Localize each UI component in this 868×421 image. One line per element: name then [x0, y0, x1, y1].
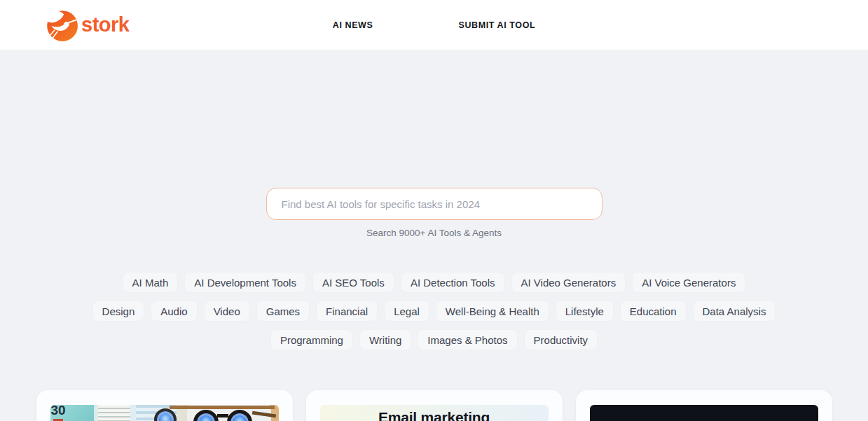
header: stork AI NEWS SUBMIT AI TOOL [0, 0, 868, 50]
nav-submit-ai-tool[interactable]: SUBMIT AI TOOL [458, 20, 535, 30]
category-pill-design[interactable]: Design [92, 301, 145, 322]
category-pills: AI MathAI Development ToolsAI SEO ToolsA… [0, 272, 868, 350]
email-marketing-banner: Email marketing [320, 405, 549, 421]
category-pill-lifestyle[interactable]: Lifestyle [556, 301, 614, 322]
document-graphic [97, 405, 130, 421]
stork-logo-icon [43, 8, 78, 43]
category-row-3: ProgrammingWritingImages & PhotosProduct… [0, 329, 868, 350]
search-input[interactable] [266, 188, 602, 220]
category-pill-games[interactable]: Games [256, 301, 310, 322]
category-row-1: AI MathAI Development ToolsAI SEO ToolsA… [0, 272, 868, 293]
chart-panel: 30 [50, 405, 94, 421]
category-row-2: DesignAudioVideoGamesFinancialLegalWell-… [0, 301, 868, 322]
category-pill-ai-math[interactable]: AI Math [123, 272, 179, 293]
category-pill-programming[interactable]: Programming [270, 329, 353, 350]
featured-cards: 30 Email marketing [0, 390, 868, 421]
stork-logo[interactable]: stork [43, 8, 129, 43]
card-email-marketing[interactable]: Email marketing [306, 390, 563, 421]
main-nav: AI NEWS SUBMIT AI TOOL [333, 0, 535, 50]
category-pill-ai-seo-tools[interactable]: AI SEO Tools [312, 272, 394, 293]
chart-number: 30 [51, 405, 66, 418]
category-pill-ai-video-generators[interactable]: AI Video Generators [511, 272, 626, 293]
glasses-bridge [217, 414, 228, 417]
category-pill-writing[interactable]: Writing [359, 329, 411, 350]
category-pill-education[interactable]: Education [620, 301, 687, 322]
category-pill-audio[interactable]: Audio [151, 301, 197, 322]
robot-analytics-image: 30 [50, 405, 279, 421]
category-pill-productivity[interactable]: Productivity [524, 329, 598, 350]
category-pill-ai-detection-tools[interactable]: AI Detection Tools [401, 272, 505, 293]
card-robot-illustration[interactable]: 30 [36, 390, 293, 421]
hero-section: Search 9000+ AI Tools & Agents [0, 50, 868, 238]
banner-title: Email marketing [378, 409, 490, 421]
search-subtitle: Search 9000+ AI Tools & Agents [0, 228, 868, 238]
category-pill-ai-development-tools[interactable]: AI Development Tools [184, 272, 306, 293]
category-pill-legal[interactable]: Legal [384, 301, 429, 322]
category-pill-video[interactable]: Video [204, 301, 250, 322]
dark-image [590, 405, 818, 421]
category-pill-ai-voice-generators[interactable]: AI Voice Generators [632, 272, 745, 293]
card-dark[interactable] [576, 390, 832, 421]
glasses-strap [170, 406, 275, 409]
category-pill-images-photos[interactable]: Images & Photos [418, 329, 517, 350]
category-pill-data-analysis[interactable]: Data Analysis [693, 301, 776, 322]
nav-ai-news[interactable]: AI NEWS [333, 20, 373, 30]
category-pill-well-being-health[interactable]: Well-Being & Health [436, 301, 549, 322]
logo-text: stork [81, 15, 129, 35]
category-pill-financial[interactable]: Financial [316, 301, 378, 322]
